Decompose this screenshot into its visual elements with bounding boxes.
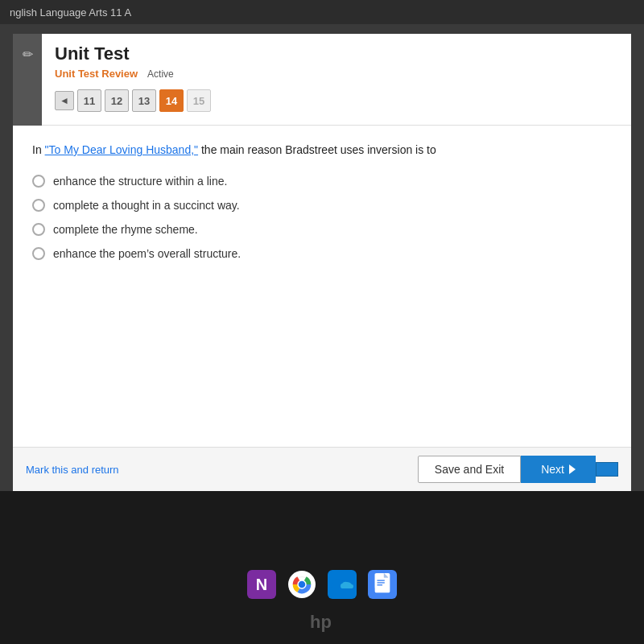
option-3[interactable]: complete the rhyme scheme. (32, 223, 612, 236)
option-1-text: enhance the structure within a line. (53, 175, 227, 188)
taskbar: N (0, 564, 644, 644)
edit-icon-area[interactable]: ✏ (13, 34, 42, 126)
radio-2[interactable] (32, 199, 45, 212)
onedrive-svg (331, 576, 353, 592)
svg-rect-9 (377, 580, 384, 580)
docs-icon[interactable] (368, 570, 397, 599)
option-2[interactable]: complete a thought in a succinct way. (32, 199, 612, 212)
question-link[interactable]: "To My Dear Loving Husband," (45, 143, 198, 156)
pencil-icon[interactable]: ✏ (23, 47, 33, 62)
taskbar-icons: N (247, 570, 397, 599)
mark-return-link[interactable]: Mark this and return (26, 464, 119, 476)
app-title: nglish Language Arts 11 A (10, 6, 131, 19)
nav-button-13[interactable]: 13 (132, 89, 156, 112)
extra-nav-button[interactable] (596, 462, 618, 477)
subtitle-row: Unit Test Review Active (55, 68, 618, 80)
svg-rect-10 (377, 582, 384, 583)
svg-rect-11 (377, 584, 382, 585)
card-header-wrapper: ✏ Unit Test Unit Test Review Active ◄ 11 (13, 34, 631, 126)
radio-3[interactable] (32, 223, 45, 236)
question-prefix: In (32, 143, 45, 156)
chrome-icon[interactable] (287, 570, 316, 599)
question-suffix: the main reason Bradstreet uses inversio… (198, 143, 436, 156)
onenote-letter: N (256, 576, 267, 594)
footer-buttons: Save and Exit Next (418, 456, 618, 483)
question-body: In "To My Dear Loving Husband," the main… (13, 126, 631, 447)
svg-text:hp: hp (310, 612, 332, 632)
content-card: ✏ Unit Test Unit Test Review Active ◄ 11 (13, 34, 631, 491)
radio-1[interactable] (32, 175, 45, 188)
answer-options-list: enhance the structure within a line. com… (32, 175, 612, 260)
svg-point-3 (299, 581, 306, 588)
onenote-icon[interactable]: N (247, 570, 276, 599)
docs-svg (373, 573, 392, 596)
card-footer: Mark this and return Save and Exit Next (13, 447, 631, 491)
nav-button-12[interactable]: 12 (105, 89, 129, 112)
question-text: In "To My Dear Loving Husband," the main… (32, 142, 612, 159)
main-area: ✏ Unit Test Unit Test Review Active ◄ 11 (0, 24, 644, 491)
chrome-svg (288, 571, 316, 598)
active-status: Active (147, 68, 174, 80)
option-1[interactable]: enhance the structure within a line. (32, 175, 612, 188)
option-4[interactable]: enhance the poem’s overall structure. (32, 247, 612, 260)
unit-test-review-label: Unit Test Review (55, 68, 138, 80)
left-arrow-icon: ◄ (60, 95, 69, 106)
nav-prev-button[interactable]: ◄ (55, 91, 74, 110)
option-3-text: complete the rhyme scheme. (53, 223, 198, 236)
onedrive-icon[interactable] (328, 570, 357, 599)
nav-button-15[interactable]: 15 (187, 89, 211, 112)
next-button-label: Next (541, 463, 564, 476)
nav-button-11[interactable]: 11 (77, 89, 101, 112)
next-arrow-icon (569, 464, 576, 474)
radio-4[interactable] (32, 247, 45, 260)
next-button[interactable]: Next (521, 456, 596, 483)
card-header-main: Unit Test Unit Test Review Active ◄ 11 1… (42, 34, 631, 126)
page-title: Unit Test (55, 43, 618, 64)
navigation-row: ◄ 11 12 13 14 15 (55, 86, 618, 118)
hp-logo: hp (306, 609, 338, 638)
option-2-text: complete a thought in a succinct way. (53, 199, 240, 212)
top-bar: nglish Language Arts 11 A (0, 0, 644, 24)
save-exit-button[interactable]: Save and Exit (418, 456, 521, 483)
nav-button-14[interactable]: 14 (159, 89, 184, 112)
option-4-text: enhance the poem’s overall structure. (53, 247, 241, 260)
